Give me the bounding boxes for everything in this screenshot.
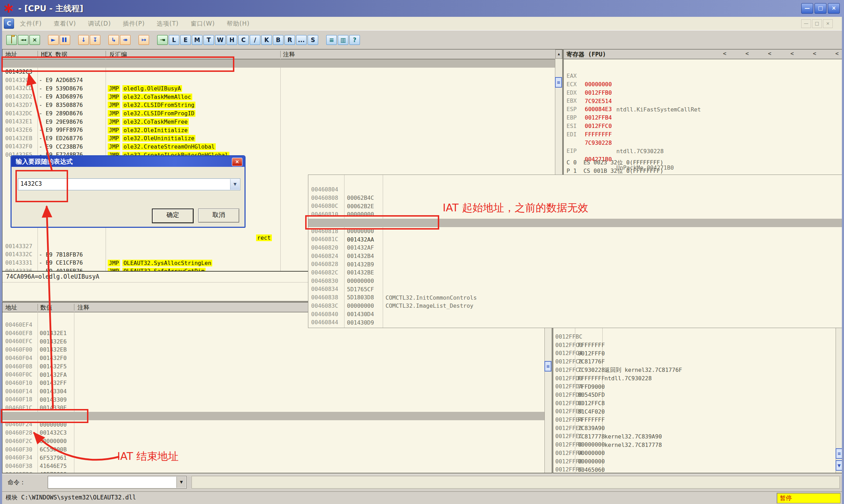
iat-row[interactable]: 0046084C 001430E8 (308, 327, 844, 328)
iat-row[interactable]: 00460810 80000008 (308, 202, 844, 210)
collapse-chevron-icon[interactable]: < (790, 50, 794, 57)
dump-row[interactable]: 00460F0C 001432FF (2, 362, 545, 370)
disasm-row[interactable]: 001432DC - E9 29E98676 JMPole32.OleIniti… (2, 101, 555, 109)
collapse-chevron-icon[interactable]: < (745, 50, 749, 57)
stack-row[interactable]: 0012FFC8 7C930228 ntdll.7C930228 (553, 349, 836, 357)
flag-row[interactable]: C 0 ES 0023 32位 0(FFFFFFFF) (564, 150, 843, 158)
mdi-close-button[interactable]: × (823, 19, 833, 28)
cancel-button[interactable]: 取消 (198, 209, 239, 223)
dump-row[interactable]: 00460F10 00143304 (2, 370, 545, 379)
toolbar-letter-button[interactable]: R (284, 35, 295, 45)
register-row[interactable]: EIP 004271B0 UnPackMe.004271B0 (564, 138, 843, 147)
register-row[interactable]: EBX 600084E3 (564, 88, 843, 97)
flag-row[interactable]: A 0 SS 0023 32位 0(FFFFFFFF) (564, 167, 843, 176)
dump-row[interactable]: 00460F20 00000000 (2, 404, 545, 412)
iat-row[interactable]: 00460824 001432B9 (308, 244, 844, 252)
stack-row[interactable]: 0012FFF4 00000000 (553, 441, 836, 449)
menu-item[interactable]: 插件(P) (117, 20, 151, 28)
stack-row[interactable]: 0012FFFC 00000000 (553, 457, 836, 465)
iat-row[interactable]: 00460804 00062B4C (308, 177, 844, 185)
combo-dropdown-icon[interactable]: ▼ (176, 477, 186, 488)
scroll-thumb-icon[interactable]: ≡ (555, 77, 562, 88)
toolbar-letter-button[interactable]: W (215, 35, 226, 45)
dump-row[interactable]: 00460F14 00143309 (2, 379, 545, 387)
register-row[interactable] (564, 130, 843, 138)
stack-row[interactable]: 0012FFE4 7C839A90 kernel32.7C839A90 (553, 407, 836, 416)
iat-row[interactable]: 00460838 00000000 (308, 285, 844, 293)
dump-row[interactable]: 00460F30 6F537961 (2, 437, 545, 445)
scroll-up-icon[interactable]: ▲ (555, 49, 562, 59)
minimize-button[interactable]: — (801, 3, 813, 14)
stack-row[interactable]: 0012FFF8 00465060 OFFSET UnPackMe.<模块入口点… (553, 449, 836, 457)
dump-row[interactable]: 00460F18 0014330E (2, 387, 545, 395)
iat-row[interactable]: 0046080C 00000000 (308, 193, 844, 202)
list-view-button[interactable]: ≡ (326, 35, 337, 45)
menu-item[interactable]: 选项(T) (151, 20, 185, 28)
iat-row[interactable]: 00460820 001432B4 (308, 235, 844, 244)
toolbar-letter-button[interactable]: L (169, 35, 179, 45)
iat-row[interactable]: 00460818 001432AA (308, 219, 844, 227)
disasm-row[interactable]: 001432F0 - E9 F7248B76 JMPole32.StgCreat… (2, 134, 555, 142)
collapse-chevron-icon[interactable]: < (723, 50, 726, 57)
toolbar-letter-button[interactable]: E (180, 35, 191, 45)
run-button[interactable]: ► (48, 35, 59, 45)
open-file-button[interactable] (6, 35, 17, 45)
mdi-restore-button[interactable]: □ (812, 19, 822, 28)
combo-dropdown-icon[interactable]: ▼ (230, 179, 240, 190)
expression-combo[interactable]: 1432C3 ▼ (18, 178, 240, 190)
disasm-row[interactable]: 001432E6 - E9 ED268776 JMPole32.CreateSt… (2, 117, 555, 126)
panels-button[interactable]: ▥ (338, 35, 348, 45)
dump-row[interactable]: 00460EFC 001432EB (2, 329, 545, 337)
toolbar-letter-button[interactable]: S (308, 35, 318, 45)
go-to-address-button[interactable]: →▪ (157, 35, 168, 45)
dump-row[interactable]: 00460F00 001432F0 (2, 337, 545, 346)
toolbar-letter-button[interactable]: / (250, 35, 260, 45)
flag-row[interactable]: P 1 CS 001B 32位 0(FFFFFFFF) (564, 158, 843, 167)
disasm-row[interactable]: 001432E1 - E9 99FF8976 JMPole32.OleUnini… (2, 109, 555, 117)
toolbar-letter-button[interactable]: K (261, 35, 272, 45)
scroll-down-icon[interactable]: ▼ (836, 460, 843, 471)
iat-row[interactable]: 00460808 00062B2E (308, 185, 844, 194)
iat-row[interactable]: 00460814 00000000 (308, 210, 844, 219)
scroll-thumb-icon[interactable]: ≡ (836, 448, 843, 459)
cpu-window-icon[interactable]: C (4, 19, 14, 29)
iat-row[interactable]: 0046083C 001430D4 (308, 293, 844, 302)
close-button[interactable]: × (828, 3, 840, 14)
stack-row[interactable]: 0012FFE0 FFFFFFFF (553, 399, 836, 407)
dialog-close-icon[interactable]: × (232, 158, 242, 166)
register-row[interactable]: EBP 0012FFC0 (564, 105, 843, 114)
disasm-row[interactable]: 001432C8 - E9 539D8676 JMPole32.CoTaskMe… (2, 68, 555, 76)
mdi-minimize-button[interactable]: — (801, 19, 811, 28)
stack-row[interactable]: 0012FFC0 0012FFF0 (553, 333, 836, 341)
stack-row[interactable]: 0012FFD0 7FFD9000 (553, 366, 836, 374)
disasm-row[interactable]: 001432C3 - E9 A2D6B574 JMPoledlg.OleUIBu… (2, 59, 555, 68)
dump-row[interactable]: 00460F04 001432F5 (2, 346, 545, 354)
dump-row[interactable]: 00460F34 41646E75 (2, 445, 545, 454)
toolbar-letter-button[interactable]: ... (296, 35, 307, 45)
register-row[interactable]: ESP 0012FFB4 (564, 97, 843, 105)
menu-item[interactable]: 文件(F) (14, 20, 48, 28)
register-row[interactable]: EDI 7C930228 ntdll.7C930228 (564, 122, 843, 130)
disasm-row[interactable]: 001432EB - E9 CC238B76 JMPole32.CreateIL… (2, 126, 555, 134)
menu-item[interactable]: 帮助(H) (221, 20, 256, 28)
dump-row[interactable]: 00460F2C 6C55000B (2, 429, 545, 437)
scroll-thumb-icon[interactable]: ≡ (544, 361, 551, 372)
toolbar-letter-button[interactable]: M (192, 35, 202, 45)
stack-row[interactable]: 0012FFEC 00000000 (553, 424, 836, 432)
stack-row[interactable]: 0012FFD8 0012FFC8 (553, 382, 836, 391)
trace-over-button[interactable]: ↠ (120, 35, 130, 45)
disasm-row[interactable]: 001432D7 - E9 289D8676 JMPole32.CoTaskMe… (2, 93, 555, 101)
disasm-row[interactable]: 001432F5 - E9 507B8B76 JMPole32.OleIsCur… (2, 142, 555, 151)
toolbar-letter-button[interactable]: T (203, 35, 214, 45)
ok-button[interactable]: 确定 (152, 209, 194, 223)
collapse-chevron-icon[interactable]: < (813, 50, 816, 57)
iat-row[interactable]: 00460840 001430D9 (308, 302, 844, 310)
stack-row[interactable]: 0012FFDC 81C4F020 (553, 391, 836, 399)
iat-row[interactable]: 0046082C 00000000 (308, 260, 844, 268)
iat-row[interactable]: 0046081C 001432AF (308, 227, 844, 235)
trace-into-button[interactable]: ↳ (108, 35, 119, 45)
maximize-button[interactable]: □ (815, 3, 826, 14)
dump-row[interactable]: 00460F24 001432C3 (2, 412, 545, 420)
expression-input[interactable]: 1432C3 (20, 180, 42, 187)
disasm-row[interactable]: 001432CD - E9 A3D68976 JMPole32.CLSIDFro… (2, 76, 555, 84)
